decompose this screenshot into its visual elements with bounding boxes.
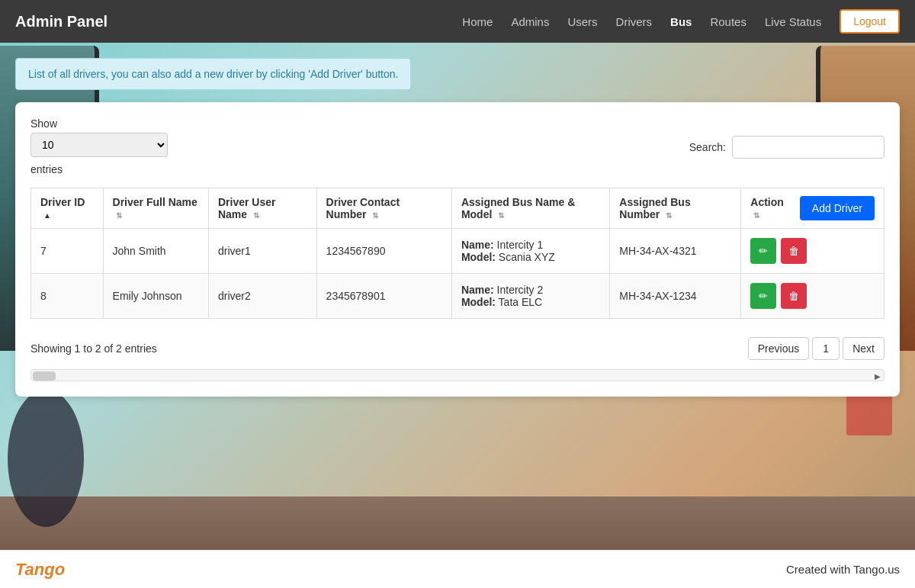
cell-driver-id: 7 bbox=[31, 229, 104, 274]
cell-bus-number: MH-34-AX-4321 bbox=[610, 229, 741, 274]
cell-driver-id: 8 bbox=[31, 274, 104, 319]
nav-admins[interactable]: Admins bbox=[511, 15, 549, 28]
cell-bus-name: Name: Intercity 1 Model: Scania XYZ bbox=[451, 229, 609, 274]
cell-full-name: John Smith bbox=[103, 229, 208, 274]
table-body: 7 John Smith driver1 1234567890 Name: In… bbox=[31, 229, 884, 319]
edit-button-1[interactable]: ✏ bbox=[750, 283, 776, 309]
pagination-controls: Previous 1 Next bbox=[748, 337, 884, 360]
scroll-right-arrow[interactable]: ▶ bbox=[872, 370, 884, 382]
cell-username: driver1 bbox=[208, 229, 316, 274]
col-contact: Driver Contact Number ⇅ bbox=[316, 188, 451, 229]
data-table: Driver ID ▲ Driver Full Name ⇅ Driver Us… bbox=[30, 188, 884, 319]
info-banner: List of all drivers, you can also add a … bbox=[15, 58, 411, 90]
bg-seat-left bbox=[8, 390, 84, 527]
delete-button-1[interactable]: 🗑 bbox=[781, 283, 807, 309]
col-bus-number: Assigned Bus Number ⇅ bbox=[610, 188, 741, 229]
show-section: Show 10 25 50 100 entries bbox=[30, 117, 168, 175]
navbar-links: Home Admins Users Drivers Bus Routes Liv… bbox=[462, 9, 900, 34]
scrollbar-thumb[interactable] bbox=[33, 371, 56, 381]
sort-icon-driver-id: ▲ bbox=[43, 211, 51, 220]
cell-username: driver2 bbox=[208, 274, 316, 319]
current-page: 1 bbox=[812, 337, 840, 360]
nav-home[interactable]: Home bbox=[462, 15, 493, 28]
nav-livestatus[interactable]: Live Status bbox=[765, 15, 821, 28]
table-container: Show 10 25 50 100 entries Search: Driver bbox=[15, 102, 900, 397]
footer-brand: Tango bbox=[15, 560, 65, 580]
pagination-info: Showing 1 to 2 of 2 entries bbox=[30, 342, 157, 355]
next-button[interactable]: Next bbox=[843, 337, 884, 360]
previous-button[interactable]: Previous bbox=[748, 337, 809, 360]
col-username: Driver User Name ⇅ bbox=[208, 188, 316, 229]
footer-credit: Created with Tango.us bbox=[786, 563, 900, 576]
col-full-name: Driver Full Name ⇅ bbox=[103, 188, 208, 229]
scrollbar-area[interactable]: ◀ ▶ bbox=[30, 369, 884, 381]
cell-contact: 2345678901 bbox=[316, 274, 451, 319]
search-section: Search: bbox=[689, 136, 884, 159]
pagination-row: Showing 1 to 2 of 2 entries Previous 1 N… bbox=[30, 331, 884, 360]
nav-users[interactable]: Users bbox=[567, 15, 597, 28]
navbar-brand: Admin Panel bbox=[15, 13, 108, 31]
nav-bus[interactable]: Bus bbox=[670, 15, 692, 28]
cell-full-name: Emily Johnson bbox=[103, 274, 208, 319]
entries-label: entries bbox=[30, 163, 168, 175]
sort-icon-contact: ⇅ bbox=[372, 211, 378, 220]
cell-bus-number: MH-34-AX-1234 bbox=[610, 274, 741, 319]
sort-icon-action: ⇅ bbox=[753, 211, 759, 220]
sort-icon-bus-number: ⇅ bbox=[666, 211, 672, 220]
nav-routes[interactable]: Routes bbox=[710, 15, 746, 28]
show-label: Show bbox=[30, 117, 168, 130]
sort-icon-username: ⇅ bbox=[253, 211, 259, 220]
table-row: 7 John Smith driver1 1234567890 Name: In… bbox=[31, 229, 884, 274]
search-input[interactable] bbox=[732, 136, 884, 159]
show-select[interactable]: 10 25 50 100 bbox=[30, 133, 168, 157]
footer: Tango Created with Tango.us bbox=[0, 550, 915, 588]
col-bus-name: Assigned Bus Name & Model ⇅ bbox=[451, 188, 609, 229]
cell-contact: 1234567890 bbox=[316, 229, 451, 274]
edit-button-0[interactable]: ✏ bbox=[750, 238, 776, 264]
nav-drivers[interactable]: Drivers bbox=[616, 15, 653, 28]
col-action: Action ⇅ Add Driver bbox=[741, 188, 884, 229]
cell-action: ✏ 🗑 bbox=[741, 229, 884, 274]
action-col-label: Action ⇅ bbox=[750, 196, 794, 220]
delete-button-0[interactable]: 🗑 bbox=[781, 238, 807, 264]
navbar: Admin Panel Home Admins Users Drivers Bu… bbox=[0, 0, 915, 43]
cell-action: ✏ 🗑 bbox=[741, 274, 884, 319]
cell-bus-name: Name: Intercity 2 Model: Tata ELC bbox=[451, 274, 609, 319]
add-driver-button[interactable]: Add Driver bbox=[800, 196, 875, 220]
sort-icon-bus-name: ⇅ bbox=[498, 211, 504, 220]
search-label: Search: bbox=[689, 141, 726, 153]
sort-icon-full-name: ⇅ bbox=[116, 211, 122, 220]
col-driver-id: Driver ID ▲ bbox=[31, 188, 104, 229]
table-row: 8 Emily Johnson driver2 2345678901 Name:… bbox=[31, 274, 884, 319]
table-header-row: Driver ID ▲ Driver Full Name ⇅ Driver Us… bbox=[31, 188, 884, 229]
logout-button[interactable]: Logout bbox=[840, 9, 900, 34]
main-content: List of all drivers, you can also add a … bbox=[0, 43, 915, 397]
controls-row: Show 10 25 50 100 entries Search: bbox=[30, 117, 884, 175]
